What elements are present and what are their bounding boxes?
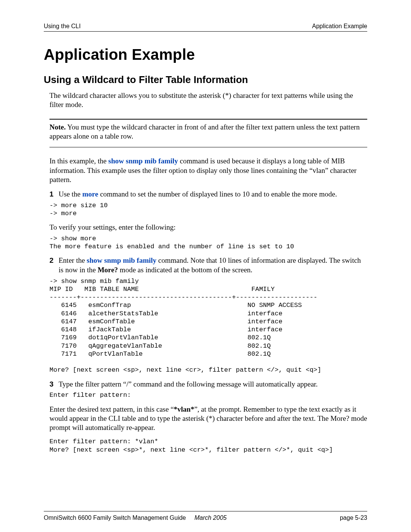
footer-page: page 5-23 (340, 514, 367, 521)
note-label: Note. (49, 123, 66, 131)
step-2-text: Enter the show snmp mib family command. … (59, 256, 367, 275)
example-paragraph: In this example, the show snmp mib famil… (49, 157, 367, 184)
step1-pre: Use the (59, 190, 82, 198)
code-block-3: -> show snmp mib family MIP ID MIB TABLE… (49, 277, 367, 374)
filter-paragraph: Enter the desired text pattern, in this … (49, 405, 367, 433)
intro-paragraph: The wildcard character allows you to sub… (49, 91, 367, 110)
page: Using the CLI Application Example Applic… (0, 0, 411, 532)
footer-date: March 2005 (194, 514, 227, 521)
body-content: The wildcard character allows you to sub… (44, 91, 367, 454)
code-block-1: -> more size 10 -> more (49, 201, 367, 218)
running-header: Using the CLI Application Example (44, 23, 367, 32)
cmd-more-link[interactable]: more (82, 190, 98, 198)
header-right: Application Example (312, 23, 367, 30)
step2-post: mode as indicated at the bottom of the s… (118, 266, 253, 274)
code-block-2: -> show more The more feature is enabled… (49, 235, 367, 251)
step-2: 2 Enter the show snmp mib family command… (49, 256, 367, 275)
step2-pre: Enter the (59, 256, 87, 264)
example-pre: In this example, the (49, 157, 108, 165)
code-block-5: Enter filter pattern: *vlan* More? [next… (49, 438, 367, 454)
note-box: Note. You must type the wildcard charact… (49, 123, 367, 141)
note-text: You must type the wildcard character in … (49, 123, 360, 140)
step-1-text: Use the more command to set the number o… (59, 190, 367, 199)
para2-bold: *vlan* (174, 405, 194, 413)
note-rule-top (49, 119, 367, 120)
step2-bold: More? (97, 266, 118, 274)
verify-paragraph: To verify your settings, enter the follo… (49, 223, 367, 232)
header-left: Using the CLI (44, 23, 81, 30)
page-footer: OmniSwitch 6600 Family Switch Management… (44, 514, 367, 521)
step1-post: command to set the number of displayed l… (98, 190, 337, 198)
footer-guide: OmniSwitch 6600 Family Switch Management… (44, 514, 186, 521)
step-number: 1 (49, 190, 56, 199)
note-rule-bottom (49, 144, 367, 147)
step-1: 1 Use the more command to set the number… (49, 190, 367, 199)
step-3: 3 Type the filter pattern “/” command an… (49, 380, 367, 389)
code-block-4: Enter filter pattern: (49, 391, 367, 399)
step-number: 2 (49, 256, 56, 275)
step-number: 3 (49, 380, 56, 389)
footer-left: OmniSwitch 6600 Family Switch Management… (44, 514, 226, 521)
section-title: Using a Wildcard to Filter Table Informa… (44, 74, 367, 86)
footer-rule (44, 511, 367, 511)
page-title: Application Example (44, 46, 367, 63)
step-3-text: Type the filter pattern “/” command and … (59, 380, 367, 389)
cmd-show-snmp-mib-family-link[interactable]: show snmp mib family (108, 157, 178, 165)
para2-pre: Enter the desired text pattern, in this … (49, 405, 174, 413)
cmd-show-snmp-mib-family-link-2[interactable]: show snmp mib family (87, 256, 156, 264)
